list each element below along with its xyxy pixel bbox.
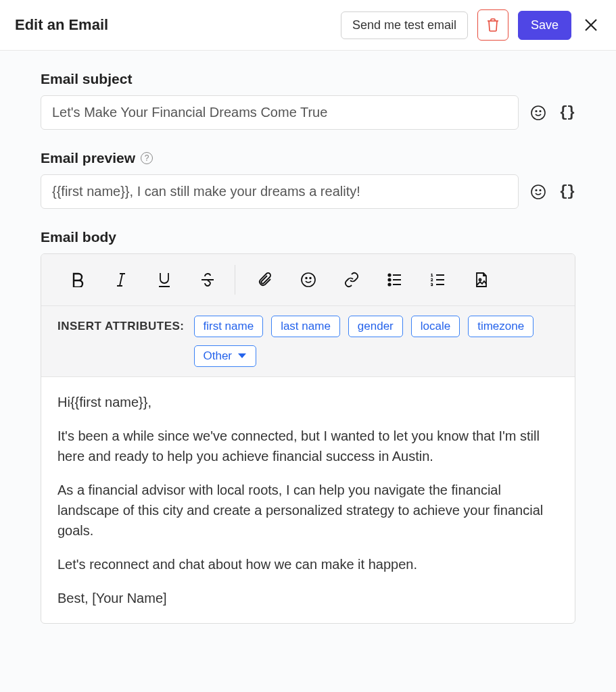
preview-label: Email preview [41, 150, 135, 166]
svg-text:2: 2 [431, 278, 433, 282]
preview-group: Email preview ? {} [41, 150, 575, 209]
svg-point-15 [479, 279, 481, 281]
svg-point-3 [531, 185, 545, 199]
body-editor[interactable]: Hi{{first name}},It's been a while since… [41, 377, 575, 623]
svg-point-0 [531, 106, 545, 120]
paperclip-icon [258, 272, 273, 288]
trash-icon [487, 18, 499, 32]
editor-toolbar: 123 [41, 254, 575, 306]
form-content: Email subject {} Email preview [0, 51, 616, 671]
braces-icon: {} [559, 183, 574, 200]
attribute-chip[interactable]: gender [348, 316, 403, 337]
help-icon[interactable]: ? [141, 152, 153, 164]
strikethrough-button[interactable] [187, 262, 228, 297]
svg-point-8 [310, 278, 311, 279]
insert-variable-button[interactable]: {} [558, 104, 575, 122]
emoji-button[interactable] [288, 262, 329, 297]
subject-input-row: {} [41, 95, 575, 130]
preview-label-row: Email preview ? [41, 150, 575, 166]
editor: 123 INSERT ATTRIBUTES: first namelast na… [41, 253, 575, 624]
svg-point-1 [536, 110, 537, 112]
attributes-bar: INSERT ATTRIBUTES: first namelast namege… [41, 306, 575, 377]
body-paragraph: As a financial advisor with local roots,… [57, 480, 559, 541]
svg-point-4 [536, 189, 537, 191]
link-icon [343, 272, 360, 288]
image-button[interactable] [461, 262, 502, 297]
svg-point-9 [388, 274, 390, 276]
preview-input[interactable] [41, 174, 519, 209]
close-icon [584, 18, 598, 32]
link-button[interactable] [331, 262, 372, 297]
save-button[interactable]: Save [518, 11, 571, 40]
numbered-list-icon: 123 [431, 273, 446, 287]
emoji-picker-button[interactable] [529, 104, 547, 122]
svg-point-7 [306, 278, 307, 279]
bullet-list-button[interactable] [375, 262, 415, 297]
body-paragraph: Best, [Your Name] [57, 588, 559, 608]
svg-text:3: 3 [431, 282, 433, 287]
page-title: Edit an Email [15, 16, 108, 34]
svg-point-11 [388, 283, 390, 285]
insert-variable-button-preview[interactable]: {} [558, 183, 575, 201]
bold-button[interactable] [57, 262, 98, 297]
smile-icon [300, 272, 316, 288]
image-icon [475, 272, 488, 288]
subject-input[interactable] [41, 95, 519, 130]
page-header: Edit an Email Send me test email Save [0, 0, 616, 51]
body-paragraph: Hi{{first name}}, [57, 392, 559, 412]
svg-text:1: 1 [431, 273, 433, 277]
chevron-down-icon [237, 353, 247, 360]
svg-point-5 [540, 189, 541, 191]
body-paragraph: Let's reconnect and chat about how we ca… [57, 554, 559, 574]
attribute-chips: first namelast namegenderlocaletimezoneO… [194, 316, 559, 367]
attachment-button[interactable] [245, 262, 285, 297]
bold-icon [71, 272, 85, 287]
braces-icon: {} [559, 104, 574, 121]
svg-point-6 [302, 273, 315, 287]
close-button[interactable] [581, 18, 601, 32]
toolbar-separator [235, 265, 235, 295]
attribute-chip[interactable]: locale [411, 316, 460, 337]
bullet-list-icon [387, 273, 402, 287]
italic-icon [115, 272, 127, 287]
underline-button[interactable] [144, 262, 185, 297]
delete-button[interactable] [477, 9, 508, 41]
chip-label: Other [204, 349, 233, 363]
svg-point-2 [540, 110, 541, 112]
attribute-chip[interactable]: timezone [468, 316, 534, 337]
strikethrough-icon [200, 272, 215, 287]
subject-label: Email subject [41, 71, 575, 87]
body-paragraph: It's been a while since we've connected,… [57, 426, 559, 466]
emoji-picker-button-preview[interactable] [529, 183, 547, 201]
svg-point-10 [388, 278, 390, 280]
attribute-chip-other[interactable]: Other [194, 345, 257, 367]
attribute-chip[interactable]: first name [194, 316, 264, 337]
italic-button[interactable] [101, 262, 141, 297]
send-test-button[interactable]: Send me test email [341, 11, 468, 39]
smile-icon [530, 184, 546, 200]
body-label: Email body [41, 229, 575, 245]
smile-icon [530, 105, 546, 121]
header-actions: Send me test email Save [341, 9, 601, 41]
underline-icon [158, 272, 171, 288]
subject-group: Email subject {} [41, 71, 575, 130]
numbered-list-button[interactable]: 123 [418, 262, 458, 297]
body-group: Email body [41, 229, 575, 624]
preview-input-row: {} [41, 174, 575, 209]
attributes-label: INSERT ATTRIBUTES: [57, 316, 185, 333]
attribute-chip[interactable]: last name [271, 316, 340, 337]
